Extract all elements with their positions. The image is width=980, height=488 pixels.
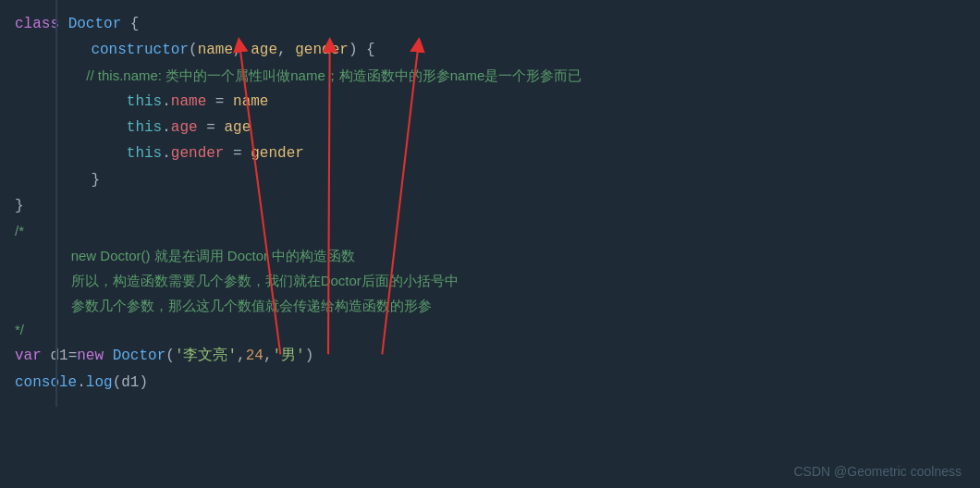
class-name: Doctor <box>68 12 122 36</box>
param-age: age <box>251 38 277 62</box>
watermark: CSDN @Geometric coolness <box>794 464 962 479</box>
code-line-2: constructor ( name , age , gender ) { <box>0 37 980 63</box>
code-line-3: // this.name: 类中的一个属性叫做name；构造函数中的形参name… <box>0 64 980 89</box>
code-line-5: this . age = age <box>0 115 980 140</box>
code-block: class Doctor { constructor ( name , age … <box>0 0 980 407</box>
code-line-10: new Doctor() 就是在调用 Doctor 中的构造函数 <box>0 244 980 269</box>
code-line-8: } <box>0 193 980 219</box>
code-line-7: } <box>0 167 980 193</box>
keyword-class: class <box>15 12 59 36</box>
code-line-4: this . name = name <box>0 89 980 115</box>
code-line-13: */ <box>0 318 980 343</box>
constructor-keyword: constructor <box>55 38 189 62</box>
code-line-14: var d1= new Doctor ( '李文亮' , 24 , '男' ) <box>0 343 980 369</box>
code-line-11: 所以，构造函数需要几个参数，我们就在Doctor后面的小括号中 <box>0 269 980 294</box>
param-name: name <box>198 38 233 62</box>
comment-line: // this.name: 类中的一个属性叫做name；构造函数中的形参name… <box>55 65 582 88</box>
param-gender: gender <box>295 38 349 62</box>
code-line-9: /* <box>0 219 980 244</box>
code-line-15: console . log (d1) <box>0 370 980 396</box>
code-line-6: this . gender = gender <box>0 140 980 166</box>
code-line-12: 参数几个参数，那么这几个数值就会传递给构造函数的形参 <box>0 294 980 319</box>
code-line-1: class Doctor { <box>0 11 980 37</box>
